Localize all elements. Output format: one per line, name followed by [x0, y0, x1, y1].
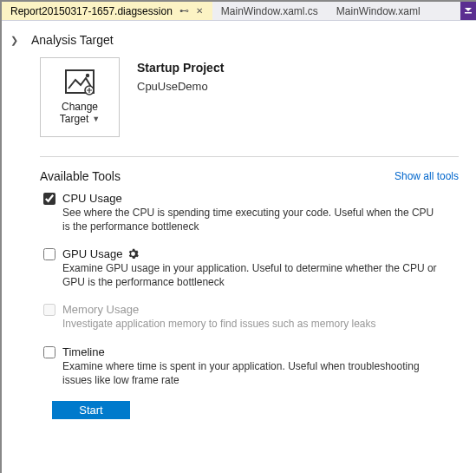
tool-memory-usage: Memory Usage Investigate application mem… — [40, 303, 459, 332]
tab-label: MainWindow.xaml — [336, 5, 421, 17]
gear-icon[interactable] — [127, 248, 139, 259]
timeline-label: Timeline — [62, 345, 459, 358]
gpu-usage-label: GPU Usage — [62, 247, 459, 260]
startup-project-title: Startup Project — [137, 61, 224, 75]
tool-cpu-usage: CPU Usage See where the CPU is spending … — [40, 192, 459, 233]
timeline-checkbox[interactable] — [43, 346, 55, 358]
cpu-usage-label: CPU Usage — [62, 192, 459, 205]
gpu-usage-checkbox[interactable] — [43, 248, 55, 260]
timeline-desc: Examine where time is spent in your appl… — [62, 360, 444, 387]
memory-usage-desc: Investigate application memory to find i… — [62, 318, 444, 332]
tab-mainwindow-cs[interactable]: MainWindow.xaml.cs — [212, 2, 328, 20]
chevron-right-icon[interactable]: ❯ — [10, 35, 23, 46]
separator — [40, 156, 459, 157]
tab-diagsession[interactable]: Report20150317-1657.diagsession — [2, 2, 212, 20]
tab-mainwindow-xaml[interactable]: MainWindow.xaml — [328, 2, 430, 20]
show-all-tools-link[interactable]: Show all tools — [394, 170, 459, 182]
memory-usage-label: Memory Usage — [62, 303, 459, 316]
svg-rect-0 — [465, 12, 472, 14]
tab-label: MainWindow.xaml.cs — [221, 5, 318, 17]
gpu-usage-desc: Examine GPU usage in your application. U… — [62, 262, 444, 289]
pin-icon[interactable] — [179, 5, 189, 16]
tool-timeline: Timeline Examine where time is spent in … — [40, 345, 459, 387]
tab-overflow-dropdown[interactable] — [460, 2, 476, 20]
startup-project-name: CpuUseDemo — [137, 80, 224, 93]
available-tools-title: Available Tools — [40, 169, 121, 183]
document-tab-strip: Report20150317-1657.diagsession MainWind… — [2, 2, 476, 21]
target-picture-icon — [65, 69, 95, 95]
tab-label: Report20150317-1657.diagsession — [10, 5, 173, 17]
chevron-down-icon: ▼ — [92, 115, 100, 124]
cpu-usage-desc: See where the CPU is spending time execu… — [62, 207, 444, 233]
close-icon[interactable] — [196, 6, 203, 16]
change-target-label: Change Target ▼ — [60, 101, 100, 126]
cpu-usage-checkbox[interactable] — [43, 193, 55, 205]
memory-usage-checkbox — [43, 304, 55, 316]
change-target-tile[interactable]: Change Target ▼ — [40, 57, 120, 137]
start-button[interactable]: Start — [52, 401, 130, 419]
tool-gpu-usage: GPU Usage Examine GPU usage in your appl… — [40, 247, 459, 289]
analysis-target-title: Analysis Target — [31, 33, 114, 47]
svg-point-2 — [86, 73, 89, 76]
